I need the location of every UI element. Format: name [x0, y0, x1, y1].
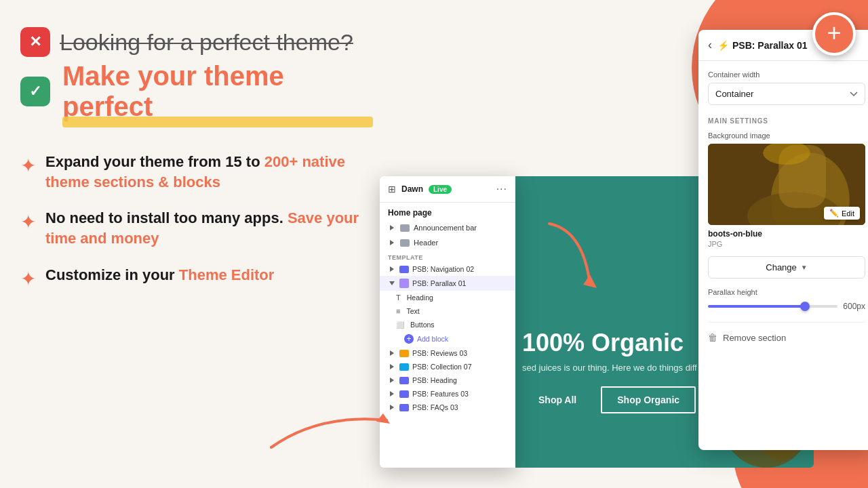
feature-text-2: No need to install too many apps. Save y… [45, 208, 373, 248]
tree-arrow-header [388, 239, 396, 246]
tree-arrow-features [388, 390, 396, 397]
settings-title-text: PSB: Parallax 01 [732, 40, 808, 51]
tree-item-buttons[interactable]: ⬜ Buttons [380, 318, 515, 331]
feature-item-3: ✦ Customize in your Theme Editor [20, 265, 373, 290]
tree-arrow-nav [388, 266, 396, 272]
buttons-label: Buttons [410, 321, 435, 329]
container-width-select[interactable]: Container [708, 83, 865, 105]
feature-highlight-3: Theme Editor [179, 266, 275, 283]
edit-label: Edit [842, 209, 854, 218]
theme-name: Dawn [401, 184, 423, 194]
main-settings-label: MAIN SETTINGS [708, 117, 865, 125]
sparkle-icon-1: ✦ [20, 155, 36, 177]
remove-section-label: Remove section [723, 333, 786, 343]
tree-arrow-faqs [388, 404, 396, 411]
plus-icon: + [827, 21, 841, 45]
tree-item-collection[interactable]: PSB: Collection 07 [380, 360, 515, 373]
settings-body: Container width Container MAIN SETTINGS … [698, 61, 868, 447]
tree-item-parallax[interactable]: PSB: Parallax 01 [380, 276, 515, 291]
tree-item-psb-heading[interactable]: PSB: Heading [380, 373, 515, 387]
store-buttons: Shop All Shop Organic [522, 386, 697, 413]
reviews-label: PSB: Reviews 03 [412, 349, 467, 357]
block-icon-psb-heading [399, 377, 409, 384]
tree-item-features[interactable]: PSB: Features 03 [380, 387, 515, 401]
nav-item-header[interactable]: Header [380, 235, 515, 250]
feature-item-2: ✦ No need to install too many apps. Save… [20, 208, 373, 248]
check-badge: ✓ [20, 77, 50, 106]
container-width-label: Container width [708, 70, 865, 79]
tree-arrow-collection [388, 363, 396, 370]
change-image-button[interactable]: Change ▼ [708, 256, 865, 279]
tree-item-faqs[interactable]: PSB: FAQs 03 [380, 401, 515, 414]
tree-item-reviews[interactable]: PSB: Reviews 03 [380, 346, 515, 360]
shop-all-button[interactable]: Shop All [522, 386, 593, 413]
headline-text: Make your theme perfect [62, 61, 284, 121]
add-button[interactable]: + [812, 12, 856, 56]
tree-arrow-reviews [388, 350, 396, 357]
block-icon-features [399, 390, 409, 398]
strikethrough-row: ✕ Looking for a perfect theme? [20, 27, 373, 57]
sparkle-icon-2: ✦ [20, 211, 36, 233]
parallax-slider[interactable] [708, 305, 837, 308]
shop-organic-button[interactable]: Shop Organic [601, 386, 696, 413]
dropdown-arrow-icon: ▼ [801, 264, 808, 271]
block-icon-collection [399, 363, 409, 371]
editor-panel: ⊞ Dawn Live ··· Home page Announcement b… [380, 176, 515, 468]
nav-header-label: Header [414, 239, 438, 247]
features-label: PSB: Features 03 [412, 390, 469, 398]
heading-label: Heading [407, 293, 433, 302]
bg-image-label: Background image [708, 131, 865, 140]
tree-item-heading[interactable]: T Heading [380, 291, 515, 304]
feature-text-3: Customize in your Theme Editor [45, 265, 274, 285]
feature-highlight-2: Save your time and money [45, 209, 359, 247]
block-icon-nav [399, 266, 409, 273]
more-options-icon[interactable]: ··· [496, 183, 507, 195]
check-icon: ✓ [29, 83, 41, 100]
trash-icon: 🗑 [708, 332, 717, 343]
psb-heading-label: PSB: Heading [412, 376, 457, 384]
yellow-underline-decoration [62, 117, 373, 127]
block-icon-faqs [399, 404, 409, 411]
headline-row: ✓ Make your theme perfect [20, 61, 373, 122]
parallax-height-label: Parallax height [708, 288, 865, 296]
tree-item-navigation[interactable]: PSB: Navigation 02 [380, 262, 515, 276]
editor-header: ⊞ Dawn Live ··· [380, 176, 515, 203]
tree-item-text[interactable]: ≡ Text [380, 304, 515, 318]
lightning-icon: ⚡ [717, 40, 729, 51]
page-label: Home page [380, 203, 515, 220]
tree-arrow-psb-heading [388, 377, 396, 384]
settings-title: ⚡ PSB: Parallax 01 [717, 40, 808, 51]
divider [708, 322, 865, 323]
lines-icon: ≡ [396, 307, 400, 315]
nav-item-announcement[interactable]: Announcement bar [380, 220, 515, 235]
nav-label: PSB: Navigation 02 [412, 265, 474, 273]
settings-panel: ‹ ⚡ PSB: Parallax 01 Container width Con… [698, 30, 868, 450]
store-content: 100% Organic sed juices is our thing. He… [522, 329, 697, 413]
parallax-label-tree: PSB: Parallax 01 [412, 279, 466, 287]
back-arrow-icon[interactable]: ‹ [708, 38, 712, 52]
slider-thumb[interactable] [800, 302, 810, 311]
feature-text-1: Expand your theme from 15 to 200+ native… [45, 152, 373, 192]
image-filetype: JPG [708, 240, 865, 248]
faqs-label: PSB: FAQs 03 [412, 403, 458, 411]
block-icon-parallax [399, 279, 409, 288]
x-badge: ✕ [20, 27, 50, 57]
screenshot-area: ⊞ Dawn Live ··· Home page Announcement b… [380, 176, 685, 488]
edit-image-button[interactable]: ✏️ Edit [824, 207, 860, 220]
feature-item-1: ✦ Expand your theme from 15 to 200+ nati… [20, 152, 373, 192]
bg-image-preview: ✏️ Edit [708, 144, 865, 225]
collection-label: PSB: Collection 07 [412, 363, 472, 371]
left-content-area: ✕ Looking for a perfect theme? ✓ Make yo… [20, 27, 373, 306]
add-block-button[interactable]: + Add block [380, 331, 515, 346]
strikethrough-text: Looking for a perfect theme? [60, 29, 353, 56]
remove-section-button[interactable]: 🗑 Remove section [708, 329, 865, 346]
live-badge: Live [429, 185, 452, 194]
add-circle-icon: + [404, 334, 414, 344]
nav-announcement-label: Announcement bar [414, 224, 477, 232]
feature-highlight-1: 200+ native theme sections & blocks [45, 153, 345, 190]
pencil-icon: ✏️ [829, 209, 839, 218]
tree-arrow-icon [388, 224, 396, 231]
headline-wrapper: Make your theme perfect [62, 61, 373, 122]
parallax-value: 600px [843, 302, 865, 311]
parallax-slider-row: 600px [708, 302, 865, 311]
